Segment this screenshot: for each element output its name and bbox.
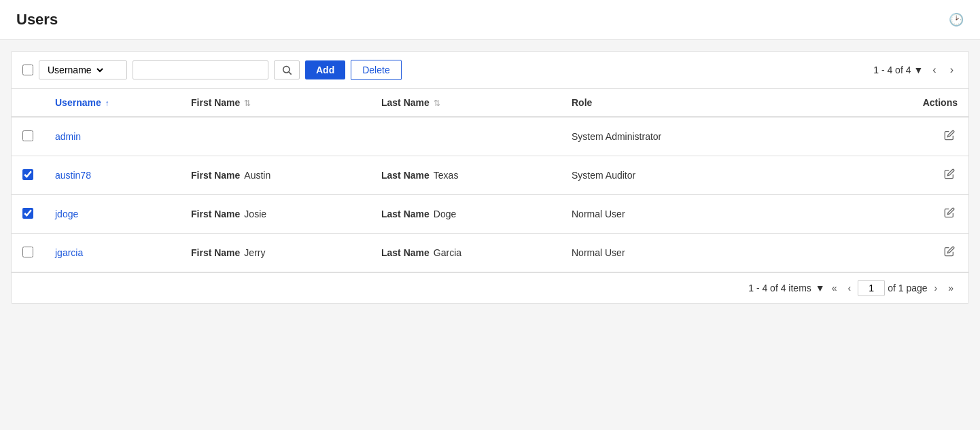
firstname-label: First Name bbox=[191, 209, 240, 219]
items-count-label: 1 - 4 of 4 items bbox=[748, 283, 811, 293]
pencil-icon bbox=[944, 207, 955, 218]
role-value: Normal User bbox=[561, 234, 737, 272]
lastname-label: Last Name bbox=[381, 170, 430, 181]
sort-lastname-button[interactable]: ⇅ bbox=[432, 98, 442, 108]
prev-page-button[interactable]: ‹ bbox=[928, 61, 940, 79]
role-value: Normal User bbox=[561, 195, 737, 234]
first-page-button[interactable]: « bbox=[828, 280, 841, 296]
firstname-label: First Name bbox=[191, 170, 240, 181]
col-header-username: Username ↑ bbox=[44, 89, 180, 117]
row-checkbox-2[interactable] bbox=[22, 169, 33, 180]
col-header-role: Role bbox=[561, 89, 737, 117]
next-page-footer-button[interactable]: › bbox=[930, 280, 942, 296]
table-header-row: Username ↑ First Name ⇅ Last Name ⇅ Role… bbox=[12, 89, 968, 117]
search-icon bbox=[281, 65, 292, 75]
row-checkbox-4[interactable] bbox=[22, 247, 33, 257]
role-value: System Administrator bbox=[561, 117, 737, 156]
search-input[interactable] bbox=[133, 60, 268, 79]
svg-line-1 bbox=[289, 72, 292, 75]
footer-bar: 1 - 4 of 4 items ▼ « ‹ 1 of 1 page › » bbox=[12, 272, 968, 303]
sort-firstname-button[interactable]: ⇅ bbox=[243, 98, 252, 108]
col-header-actions: Actions bbox=[737, 89, 968, 117]
firstname-value: Austin bbox=[244, 170, 270, 181]
table-row: austin78First NameAustinLast NameTexasSy… bbox=[12, 156, 968, 195]
lastname-label: Last Name bbox=[381, 247, 430, 258]
table-row: jdogeFirst NameJosieLast NameDogeNormal … bbox=[12, 195, 968, 234]
row-checkbox-1[interactable] bbox=[22, 130, 33, 141]
lastname-value: Texas bbox=[434, 170, 459, 181]
footer-dropdown-icon[interactable]: ▼ bbox=[816, 283, 825, 293]
svg-point-0 bbox=[283, 67, 290, 73]
of-page-label: of 1 page bbox=[888, 283, 927, 293]
prev-page-footer-button[interactable]: ‹ bbox=[843, 280, 855, 296]
last-page-button[interactable]: » bbox=[944, 280, 958, 296]
edit-button-4[interactable] bbox=[941, 243, 958, 262]
footer-items-label: 1 - 4 of 4 items ▼ bbox=[748, 283, 824, 293]
users-table: Username ↑ First Name ⇅ Last Name ⇅ Role… bbox=[12, 89, 968, 272]
page-title: Users bbox=[16, 11, 58, 29]
page-number-input[interactable]: 1 bbox=[858, 280, 885, 296]
page-header: Users 🕑 bbox=[0, 0, 980, 40]
toolbar: Username First Name Last Name Role Add D… bbox=[12, 52, 968, 89]
pencil-icon bbox=[944, 168, 955, 179]
table-body: adminSystem Administratoraustin78First N… bbox=[12, 117, 968, 272]
delete-button[interactable]: Delete bbox=[351, 60, 401, 80]
username-link-2[interactable]: austin78 bbox=[55, 170, 91, 181]
select-all-checkbox[interactable] bbox=[22, 65, 33, 75]
add-button[interactable]: Add bbox=[305, 60, 345, 79]
lastname-value: Garcia bbox=[434, 247, 461, 258]
pagination-label: 1 - 4 of 4 bbox=[873, 65, 911, 75]
table-row: adminSystem Administrator bbox=[12, 117, 968, 156]
role-value: System Auditor bbox=[561, 156, 737, 195]
main-content: Username First Name Last Name Role Add D… bbox=[11, 51, 969, 304]
col-header-select bbox=[12, 89, 44, 117]
pagination-dropdown-icon[interactable]: ▼ bbox=[913, 65, 923, 75]
history-icon[interactable]: 🕑 bbox=[949, 12, 964, 27]
filter-dropdown[interactable]: Username First Name Last Name Role bbox=[39, 60, 127, 79]
firstname-value: Josie bbox=[244, 209, 266, 219]
firstname-label: First Name bbox=[191, 247, 240, 258]
toolbar-right: 1 - 4 of 4 ▼ ‹ › bbox=[873, 61, 958, 79]
col-header-lastname: Last Name ⇅ bbox=[370, 89, 561, 117]
edit-button-1[interactable] bbox=[941, 127, 958, 146]
row-checkbox-3[interactable] bbox=[22, 208, 33, 219]
search-button[interactable] bbox=[274, 60, 300, 79]
username-link-4[interactable]: jgarcia bbox=[55, 247, 83, 258]
lastname-label: Last Name bbox=[381, 209, 430, 219]
col-header-firstname: First Name ⇅ bbox=[180, 89, 370, 117]
username-link-1[interactable]: admin bbox=[55, 131, 81, 142]
pencil-icon bbox=[944, 246, 955, 257]
edit-button-3[interactable] bbox=[941, 204, 958, 223]
next-page-button[interactable]: › bbox=[946, 61, 958, 79]
sort-username-button[interactable]: ↑ bbox=[104, 98, 111, 108]
edit-button-2[interactable] bbox=[941, 166, 958, 185]
toolbar-pagination-info: 1 - 4 of 4 ▼ bbox=[873, 65, 923, 75]
pencil-icon bbox=[944, 130, 955, 141]
table-row: jgarciaFirst NameJerryLast NameGarciaNor… bbox=[12, 234, 968, 272]
lastname-value: Doge bbox=[434, 209, 456, 219]
firstname-value: Jerry bbox=[244, 247, 265, 258]
username-link-3[interactable]: jdoge bbox=[55, 209, 78, 219]
filter-select[interactable]: Username First Name Last Name Role bbox=[45, 64, 105, 76]
